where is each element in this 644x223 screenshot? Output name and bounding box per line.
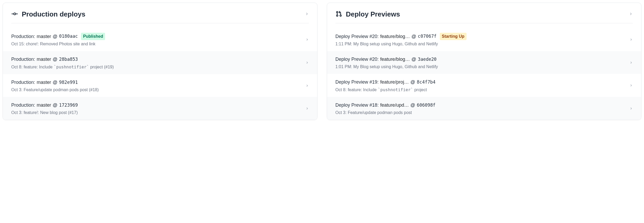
branch-name: feature/upd… xyxy=(380,102,409,109)
deploy-row[interactable]: Deploy Preview #20: feature/blog… @c0706… xyxy=(327,28,641,51)
at-sign: @ xyxy=(410,102,415,109)
deploy-row[interactable]: Production: master @982e991 Oct 3: Featu… xyxy=(3,74,317,97)
deploy-row[interactable]: Production: master @28ba853 Oct 8: featu… xyxy=(3,51,317,74)
commit-hash: 8c4f7b4 xyxy=(417,79,436,86)
deploy-list: Production: master @0180aac Published Oc… xyxy=(3,23,317,120)
chevron-right-icon[interactable] xyxy=(305,12,309,17)
at-sign: @ xyxy=(53,102,57,109)
chevron-right-icon[interactable] xyxy=(306,61,309,64)
deploy-row-main: Production: master @1723969 Oct 3: featu… xyxy=(11,102,300,115)
deploy-subtitle: Oct 8: feature: Include `pushnotifier` p… xyxy=(11,64,300,69)
card-header-left: Deploy Previews xyxy=(335,10,400,18)
deploy-row[interactable]: Production: master @1723969 Oct 3: featu… xyxy=(3,97,317,120)
at-sign: @ xyxy=(53,79,57,86)
branch-name: master xyxy=(37,56,51,63)
deploy-row-main: Deploy Preview #20: feature/blog… @3aede… xyxy=(335,56,625,69)
deploy-prefix: Production: xyxy=(11,33,35,40)
deploy-title: Deploy Preview #20: feature/blog… @3aede… xyxy=(335,56,625,63)
at-sign: @ xyxy=(53,56,57,63)
deploy-subtitle: 1:11 PM: My Blog setup using Hugo, Githu… xyxy=(335,42,625,46)
commit-hash: 606098f xyxy=(417,102,436,109)
chevron-right-icon[interactable] xyxy=(306,107,309,110)
commit-hash: 1723969 xyxy=(59,102,78,109)
deploy-prefix: Deploy Preview #18: xyxy=(335,102,379,109)
deploy-subtitle: Oct 3: Feature/update podman pods post (… xyxy=(11,88,300,92)
deploy-prefix: Production: xyxy=(11,56,35,63)
commit-hash: 0180aac xyxy=(59,33,78,40)
git-pull-request-icon xyxy=(335,10,342,18)
branch-name: feature/blog… xyxy=(380,33,410,40)
commit-hash: 3aede20 xyxy=(418,56,437,63)
branch-name: master xyxy=(37,79,51,86)
deploy-row-main: Deploy Preview #19: feature/proj… @8c4f7… xyxy=(335,79,625,92)
card-header[interactable]: Deploy Previews xyxy=(327,3,641,23)
preview-list: Deploy Preview #20: feature/blog… @c0706… xyxy=(327,23,641,120)
deploy-subtitle: Oct 3: Feature/update podman pods post xyxy=(335,110,625,115)
deploy-row-main: Deploy Preview #20: feature/blog… @c0706… xyxy=(335,33,625,46)
deploy-row[interactable]: Deploy Preview #18: feature/upd… @606098… xyxy=(327,97,641,120)
deploy-prefix: Production: xyxy=(11,79,35,86)
at-sign: @ xyxy=(412,56,416,63)
deploy-prefix: Deploy Preview #20: xyxy=(335,33,379,40)
commit-hash: c07067f xyxy=(418,33,437,40)
deploy-title: Production: master @1723969 xyxy=(11,102,300,109)
deploy-subtitle: Oct 15: chore!: Removed Photos site and … xyxy=(11,42,300,46)
deploy-title: Deploy Preview #18: feature/upd… @606098… xyxy=(335,102,625,109)
deploy-title: Production: master @982e991 xyxy=(11,79,300,86)
card-header-left: Production deploys xyxy=(11,10,85,18)
card-title: Deploy Previews xyxy=(346,10,400,18)
deploy-title: Production: master @28ba853 xyxy=(11,56,300,63)
chevron-right-icon[interactable] xyxy=(306,38,309,41)
chevron-right-icon[interactable] xyxy=(630,84,633,87)
chevron-right-icon[interactable] xyxy=(630,61,633,64)
deploy-row[interactable]: Deploy Preview #19: feature/proj… @8c4f7… xyxy=(327,74,641,97)
git-commit-icon xyxy=(11,10,18,18)
status-badge: Starting Up xyxy=(440,33,467,40)
deploy-prefix: Deploy Preview #20: xyxy=(335,56,379,63)
chevron-right-icon[interactable] xyxy=(630,38,633,41)
deploy-title: Deploy Preview #19: feature/proj… @8c4f7… xyxy=(335,79,625,86)
card-header[interactable]: Production deploys xyxy=(3,3,317,23)
deploy-row-main: Production: master @982e991 Oct 3: Featu… xyxy=(11,79,300,92)
branch-name: feature/blog… xyxy=(380,56,410,63)
deploy-subtitle: 1:01 PM: My Blog setup using Hugo, Githu… xyxy=(335,64,625,69)
deploy-subtitle: Oct 8: feature: Include `pushnotifier` p… xyxy=(335,87,625,92)
at-sign: @ xyxy=(410,79,415,86)
card-title: Production deploys xyxy=(22,10,85,18)
branch-name: feature/proj… xyxy=(380,79,409,86)
production-deploys-card: Production deploys Production: master @0… xyxy=(3,3,317,120)
commit-hash: 982e991 xyxy=(59,79,78,86)
deploy-row-main: Production: master @28ba853 Oct 8: featu… xyxy=(11,56,300,69)
chevron-right-icon[interactable] xyxy=(629,12,633,17)
chevron-right-icon[interactable] xyxy=(306,84,309,87)
deploy-subtitle: Oct 3: feature!: New blog post (#17) xyxy=(11,110,300,115)
deploy-row-main: Deploy Preview #18: feature/upd… @606098… xyxy=(335,102,625,115)
commit-hash: 28ba853 xyxy=(59,56,78,63)
deploy-row-main: Production: master @0180aac Published Oc… xyxy=(11,33,300,46)
deploy-prefix: Deploy Preview #19: xyxy=(335,79,379,86)
status-badge: Published xyxy=(81,33,105,40)
at-sign: @ xyxy=(53,33,57,40)
deploy-prefix: Production: xyxy=(11,102,35,109)
deploy-previews-card: Deploy Previews Deploy Preview #20: feat… xyxy=(327,3,642,120)
at-sign: @ xyxy=(412,33,416,40)
deploy-title: Production: master @0180aac Published xyxy=(11,33,300,40)
branch-name: master xyxy=(37,102,51,109)
deploy-row[interactable]: Deploy Preview #20: feature/blog… @3aede… xyxy=(327,51,641,74)
chevron-right-icon[interactable] xyxy=(630,107,633,110)
deploy-title: Deploy Preview #20: feature/blog… @c0706… xyxy=(335,33,625,40)
branch-name: master xyxy=(37,33,51,40)
deploy-row[interactable]: Production: master @0180aac Published Oc… xyxy=(3,28,317,51)
